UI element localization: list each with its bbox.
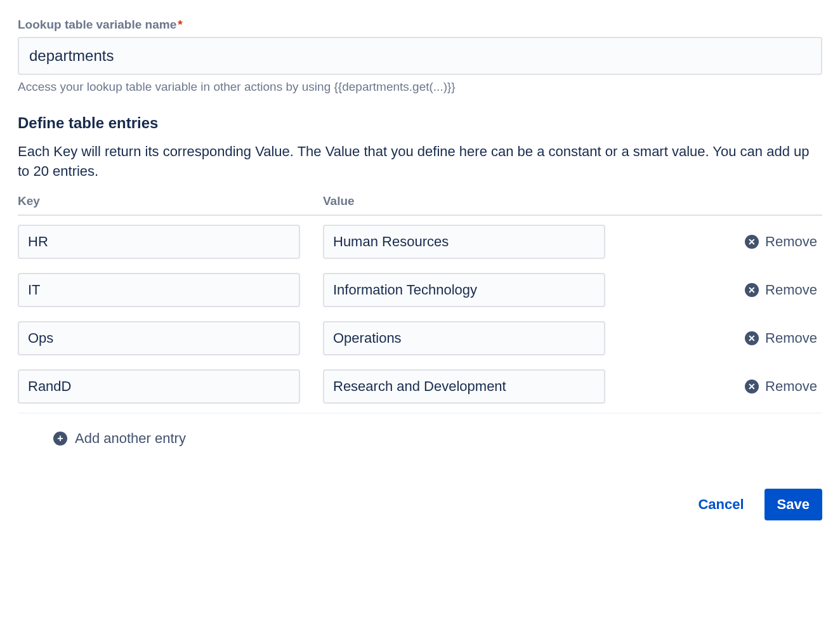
add-entry-button[interactable]: + Add another entry: [48, 426, 191, 451]
entry-value-input[interactable]: [323, 369, 605, 404]
table-row: ✕Remove: [18, 225, 822, 259]
entries-table-body: ✕Remove✕Remove✕Remove✕Remove: [18, 225, 822, 414]
entry-key-input[interactable]: [18, 321, 300, 355]
key-column-header: Key: [18, 194, 300, 208]
close-circle-icon: ✕: [745, 235, 759, 249]
entry-key-input[interactable]: [18, 369, 300, 404]
entries-description: Each Key will return its corresponding V…: [18, 142, 822, 182]
add-entry-label: Add another entry: [75, 430, 186, 447]
remove-entry-button[interactable]: ✕Remove: [740, 374, 822, 399]
close-circle-icon: ✕: [745, 380, 759, 393]
entry-value-input[interactable]: [323, 321, 605, 355]
table-row: ✕Remove: [18, 273, 822, 307]
remove-entry-label: Remove: [765, 330, 817, 347]
close-circle-icon: ✕: [745, 331, 759, 345]
cancel-button[interactable]: Cancel: [685, 489, 756, 520]
remove-entry-button[interactable]: ✕Remove: [740, 326, 822, 350]
entry-key-input[interactable]: [18, 273, 300, 307]
remove-entry-label: Remove: [765, 234, 817, 250]
close-circle-icon: ✕: [745, 283, 759, 297]
entry-value-input[interactable]: [323, 225, 605, 259]
entry-key-input[interactable]: [18, 225, 300, 259]
entry-value-input[interactable]: [323, 273, 605, 307]
remove-entry-label: Remove: [765, 282, 817, 298]
save-button[interactable]: Save: [765, 489, 822, 520]
variable-name-input[interactable]: [18, 37, 822, 75]
table-row: ✕Remove: [18, 321, 822, 355]
table-row: ✕Remove: [18, 369, 822, 404]
entries-table-header: Key Value: [18, 194, 822, 216]
form-actions: Cancel Save: [18, 489, 822, 520]
variable-name-label: Lookup table variable name*: [18, 18, 822, 32]
remove-entry-button[interactable]: ✕Remove: [740, 278, 822, 302]
value-column-header: Value: [323, 194, 605, 208]
plus-circle-icon: +: [53, 432, 67, 446]
required-asterisk: *: [178, 18, 182, 31]
remove-entry-button[interactable]: ✕Remove: [740, 230, 822, 254]
lookup-table-form: Lookup table variable name* Access your …: [18, 18, 822, 520]
entries-heading: Define table entries: [18, 114, 822, 132]
variable-name-helper: Access your lookup table variable in oth…: [18, 80, 822, 94]
remove-entry-label: Remove: [765, 378, 817, 395]
